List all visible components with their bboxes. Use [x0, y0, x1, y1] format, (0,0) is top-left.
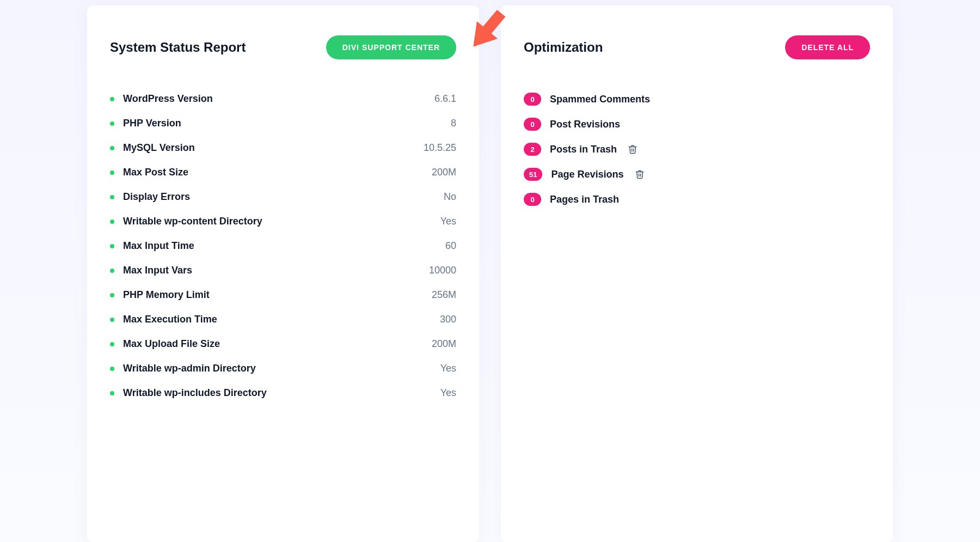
optimization-item-label: Spammed Comments [550, 94, 650, 105]
status-item: PHP Version8 [110, 111, 456, 136]
count-badge: 0 [524, 193, 541, 206]
status-item: PHP Memory Limit256M [110, 283, 456, 307]
status-item-left: Display Errors [110, 191, 190, 203]
status-dot-icon [110, 269, 114, 273]
status-item-left: Max Input Time [110, 240, 194, 252]
optimization-header: Optimization DELETE ALL [524, 35, 870, 59]
status-item: Writable wp-admin DirectoryYes [110, 356, 456, 381]
status-dot-icon [110, 391, 114, 395]
optimization-list: 0Spammed Comments0Post Revisions2Posts i… [524, 87, 870, 212]
status-dot-icon [110, 195, 114, 199]
system-status-header: System Status Report DIVI SUPPORT CENTER [110, 35, 456, 59]
status-item-label: Writable wp-content Directory [123, 216, 262, 227]
optimization-card: Optimization DELETE ALL 0Spammed Comment… [501, 5, 893, 542]
optimization-item-label: Pages in Trash [550, 194, 619, 205]
trash-icon[interactable] [635, 169, 645, 179]
status-item: Writable wp-content DirectoryYes [110, 209, 456, 234]
status-item-value: Yes [440, 216, 456, 227]
optimization-title: Optimization [524, 40, 603, 55]
status-item: Display ErrorsNo [110, 185, 456, 209]
status-item-value: 10.5.25 [424, 142, 456, 154]
status-item-left: PHP Version [110, 118, 181, 129]
status-item-label: Max Post Size [123, 167, 188, 178]
status-item: Max Upload File Size200M [110, 332, 456, 356]
status-item-value: 8 [451, 118, 456, 129]
status-item-label: Writable wp-admin Directory [123, 363, 256, 374]
count-badge: 2 [524, 143, 541, 156]
status-item-left: PHP Memory Limit [110, 289, 210, 301]
count-badge: 0 [524, 93, 541, 106]
status-item-value: 6.6.1 [434, 93, 456, 105]
status-item-left: Max Input Vars [110, 265, 192, 276]
status-item: Writable wp-includes DirectoryYes [110, 381, 456, 405]
status-dot-icon [110, 293, 114, 297]
status-item-left: Writable wp-admin Directory [110, 363, 256, 374]
status-item: Max Input Vars10000 [110, 258, 456, 283]
status-item-value: 60 [445, 240, 456, 252]
status-item-left: Writable wp-includes Directory [110, 387, 267, 399]
status-item-label: Max Input Time [123, 240, 194, 252]
status-item-label: WordPress Version [123, 93, 213, 105]
optimization-item: 0Pages in Trash [524, 187, 870, 212]
optimization-item: 51Page Revisions [524, 162, 870, 187]
count-badge: 0 [524, 118, 541, 131]
status-item-value: Yes [440, 363, 456, 374]
status-dot-icon [110, 121, 114, 126]
optimization-item: 0Post Revisions [524, 112, 870, 137]
optimization-item-label: Page Revisions [551, 169, 623, 180]
status-item-label: PHP Memory Limit [123, 289, 210, 301]
status-item: Max Execution Time300 [110, 307, 456, 332]
optimization-item: 2Posts in Trash [524, 137, 870, 162]
delete-all-button[interactable]: DELETE ALL [785, 35, 870, 59]
status-item-value: No [444, 191, 456, 203]
status-dot-icon [110, 146, 114, 150]
status-item: WordPress Version6.6.1 [110, 87, 456, 111]
divi-support-center-button[interactable]: DIVI SUPPORT CENTER [326, 35, 456, 59]
status-dot-icon [110, 367, 114, 371]
status-item-label: Writable wp-includes Directory [123, 387, 267, 399]
status-dot-icon [110, 342, 114, 346]
status-list: WordPress Version6.6.1PHP Version8MySQL … [110, 87, 456, 405]
status-item: Max Post Size200M [110, 160, 456, 185]
status-item-left: Max Upload File Size [110, 338, 220, 350]
status-dot-icon [110, 318, 114, 322]
status-item-label: Max Input Vars [123, 265, 192, 276]
count-badge: 51 [524, 168, 542, 181]
status-dot-icon [110, 244, 114, 248]
system-status-title: System Status Report [110, 40, 246, 55]
status-item-value: 200M [432, 167, 456, 178]
trash-icon[interactable] [628, 144, 638, 154]
status-item-left: Writable wp-content Directory [110, 216, 262, 227]
system-status-card: System Status Report DIVI SUPPORT CENTER… [87, 5, 479, 542]
status-item-left: MySQL Version [110, 142, 195, 154]
status-item-value: 200M [432, 338, 456, 350]
status-dot-icon [110, 220, 114, 224]
status-item-label: PHP Version [123, 118, 181, 129]
optimization-item-label: Posts in Trash [550, 144, 617, 155]
status-item-left: Max Post Size [110, 167, 188, 178]
status-dot-icon [110, 170, 114, 175]
status-item-value: 256M [432, 289, 456, 301]
status-item-label: Display Errors [123, 191, 190, 203]
status-item-left: WordPress Version [110, 93, 213, 105]
optimization-item-label: Post Revisions [550, 119, 620, 130]
status-dot-icon [110, 97, 114, 101]
status-item-value: 300 [440, 314, 456, 325]
status-item-value: 10000 [429, 265, 456, 276]
status-item-label: MySQL Version [123, 142, 195, 154]
status-item-label: Max Execution Time [123, 314, 217, 325]
optimization-item: 0Spammed Comments [524, 87, 870, 112]
status-item: MySQL Version10.5.25 [110, 136, 456, 160]
status-item-label: Max Upload File Size [123, 338, 220, 350]
status-item-value: Yes [440, 387, 456, 399]
status-item-left: Max Execution Time [110, 314, 217, 325]
status-item: Max Input Time60 [110, 234, 456, 258]
